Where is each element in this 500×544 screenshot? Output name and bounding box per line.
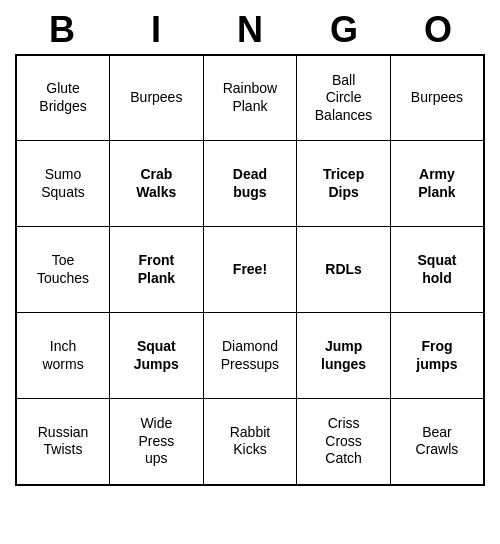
letter-g: G [297, 10, 391, 50]
grid-cell-r2c2: Free! [203, 227, 297, 313]
grid-cell-r2c0: ToeTouches [16, 227, 110, 313]
grid-cell-r1c2: Deadbugs [203, 141, 297, 227]
bingo-grid: GluteBridgesBurpeesRainbowPlankBallCircl… [15, 54, 485, 486]
grid-cell-r3c1: SquatJumps [110, 313, 204, 399]
grid-cell-r3c4: Frogjumps [390, 313, 484, 399]
grid-cell-r4c3: CrissCrossCatch [297, 399, 391, 485]
bingo-header: B I N G O [15, 10, 485, 50]
grid-cell-r0c2: RainbowPlank [203, 55, 297, 141]
grid-cell-r1c3: TricepDips [297, 141, 391, 227]
grid-cell-r1c4: ArmyPlank [390, 141, 484, 227]
letter-o: O [391, 10, 485, 50]
grid-cell-r4c2: RabbitKicks [203, 399, 297, 485]
grid-cell-r3c3: Jumplunges [297, 313, 391, 399]
grid-cell-r4c4: BearCrawls [390, 399, 484, 485]
grid-cell-r2c1: FrontPlank [110, 227, 204, 313]
grid-cell-r0c3: BallCircleBalances [297, 55, 391, 141]
letter-i: I [109, 10, 203, 50]
grid-cell-r2c3: RDLs [297, 227, 391, 313]
grid-cell-r2c4: Squathold [390, 227, 484, 313]
grid-cell-r4c0: RussianTwists [16, 399, 110, 485]
grid-cell-r0c0: GluteBridges [16, 55, 110, 141]
grid-cell-r0c4: Burpees [390, 55, 484, 141]
grid-cell-r0c1: Burpees [110, 55, 204, 141]
letter-n: N [203, 10, 297, 50]
grid-cell-r3c2: DiamondPressups [203, 313, 297, 399]
grid-cell-r1c0: SumoSquats [16, 141, 110, 227]
grid-cell-r3c0: Inchworms [16, 313, 110, 399]
grid-cell-r1c1: CrabWalks [110, 141, 204, 227]
letter-b: B [15, 10, 109, 50]
grid-cell-r4c1: WidePressups [110, 399, 204, 485]
